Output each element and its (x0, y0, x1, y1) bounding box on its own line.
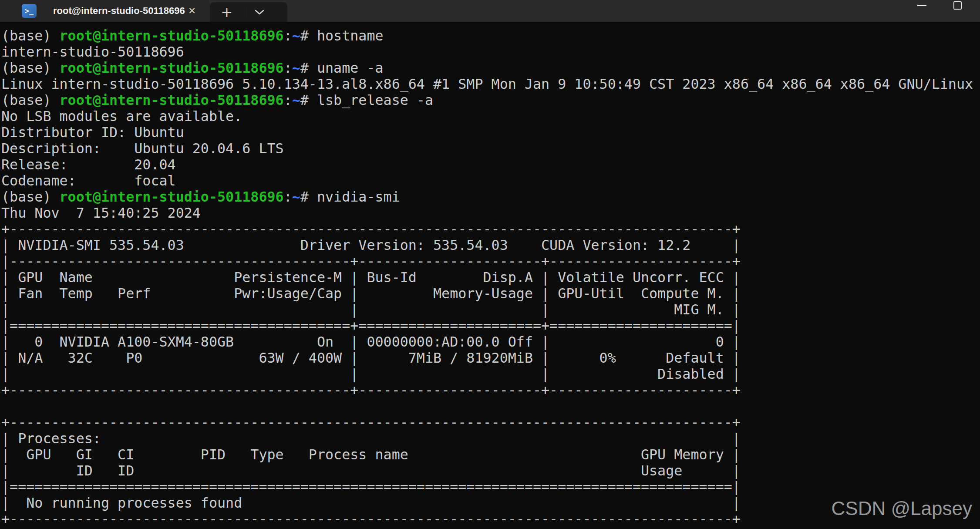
new-tab-button[interactable]: + (210, 2, 244, 22)
chevron-down-icon (255, 10, 264, 15)
watermark: CSDN @Lapsey (832, 498, 972, 519)
terminal-line: | 0 NVIDIA A100-SXM4-80GB On | 00000000:… (1, 334, 980, 350)
powershell-icon: >_ (22, 4, 37, 18)
terminal-line: | N/A 32C P0 63W / 400W | 7MiB / 81920Mi… (1, 350, 980, 366)
titlebar: >_ root@intern-studio-50118696 ✕ + (0, 0, 980, 22)
tab-title: root@intern-studio-50118696 (53, 5, 185, 17)
terminal-line: |=======================================… (1, 479, 980, 495)
terminal-line: | ID ID Usage | (1, 463, 980, 479)
terminal-line: |=======================================… (1, 318, 980, 334)
terminal-line: | NVIDIA-SMI 535.54.03 Driver Version: 5… (1, 237, 980, 253)
maximize-icon (953, 1, 962, 10)
terminal-window: >_ root@intern-studio-50118696 ✕ + (base… (0, 0, 980, 529)
terminal-line: | GPU Name Persistence-M | Bus-Id Disp.A… (1, 270, 980, 286)
terminal-output[interactable]: (base) root@intern-studio-50118696:~# ho… (0, 22, 980, 529)
terminal-line: Distributor ID: Ubuntu (1, 125, 980, 141)
terminal-line: |---------------------------------------… (1, 253, 980, 270)
terminal-line: | | | Disabled | (1, 366, 980, 382)
tab-ssh-session[interactable]: >_ root@intern-studio-50118696 ✕ (0, 0, 210, 22)
terminal-line: intern-studio-50118696 (1, 44, 980, 60)
terminal-line: +---------------------------------------… (1, 414, 980, 431)
terminal-line: | | | MIG M. | (1, 302, 980, 318)
terminal-line: +---------------------------------------… (1, 382, 980, 398)
minimize-button[interactable] (909, 0, 935, 12)
terminal-line: (base) root@intern-studio-50118696:~# ls… (1, 92, 980, 108)
terminal-line: +---------------------------------------… (1, 221, 980, 237)
terminal-line: (base) root@intern-studio-50118696:~# ho… (1, 28, 980, 44)
terminal-line: | GPU GI CI PID Type Process name GPU Me… (1, 447, 980, 463)
terminal-line: Thu Nov 7 15:40:25 2024 (1, 205, 980, 221)
terminal-line: Codename: focal (1, 173, 980, 189)
terminal-line: No LSB modules are available. (1, 108, 980, 125)
terminal-line: (base) root@intern-studio-50118696:~# un… (1, 60, 980, 76)
window-controls (849, 0, 980, 22)
new-tab-panel: + (210, 2, 287, 22)
maximize-button[interactable] (948, 0, 974, 12)
terminal-line (1, 398, 980, 414)
terminal-line: | Fan Temp Perf Pwr:Usage/Cap | Memory-U… (1, 286, 980, 302)
terminal-line: Linux intern-studio-50118696 5.10.134-13… (1, 76, 980, 92)
tab-dropdown-button[interactable] (244, 2, 275, 22)
terminal-line: | Processes: | (1, 431, 980, 447)
terminal-line: (base) root@intern-studio-50118696:~# nv… (1, 189, 980, 205)
minimize-icon (917, 5, 926, 6)
terminal-line: Release: 20.04 (1, 157, 980, 173)
tab-close-icon[interactable]: ✕ (185, 4, 199, 17)
terminal-line: Description: Ubuntu 20.04.6 LTS (1, 141, 980, 157)
